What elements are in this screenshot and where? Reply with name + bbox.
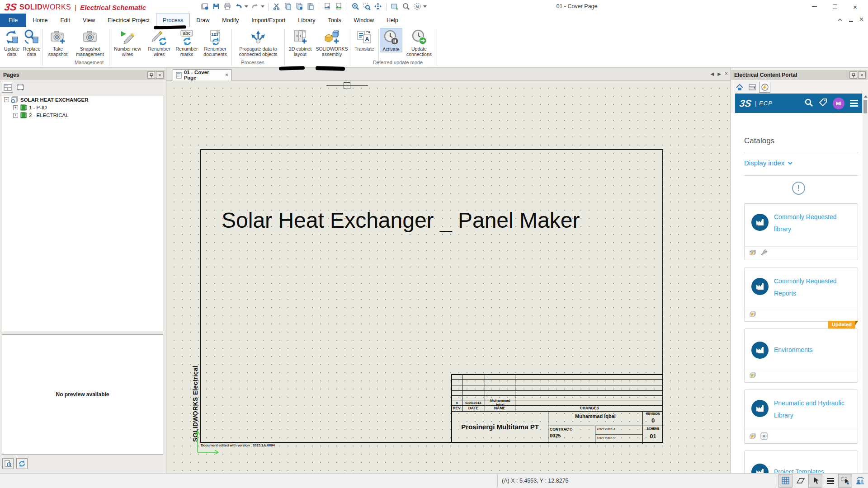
cabinet-view-icon[interactable] xyxy=(14,82,26,93)
replace-data-button[interactable]: Replace data xyxy=(22,28,42,57)
grid-toggle-icon[interactable] xyxy=(778,474,793,488)
archive-icon[interactable] xyxy=(200,2,209,11)
menu-electrical-project[interactable]: Electrical Project xyxy=(101,14,156,27)
snap-cursor-icon[interactable] xyxy=(838,474,852,488)
solidworks-assembly-button[interactable]: SOLIDWORKS assembly xyxy=(315,28,349,57)
pin-icon[interactable] xyxy=(849,71,857,79)
redo-dropdown-icon[interactable] xyxy=(261,5,264,8)
activate-button[interactable]: Activate xyxy=(380,28,402,52)
tab-scroll-right-icon[interactable]: ▶ xyxy=(717,71,721,76)
update-connections-button[interactable]: Update connections xyxy=(402,28,436,57)
tab-cover-page[interactable]: 01 - Cover Page × xyxy=(173,69,231,80)
perspective-toggle-icon[interactable] xyxy=(793,474,807,488)
collapse-ribbon-icon[interactable] xyxy=(837,15,843,23)
paste-icon[interactable] xyxy=(306,2,315,11)
collapse-expander-icon[interactable]: − xyxy=(4,97,9,102)
expand-expander-icon[interactable]: + xyxy=(13,105,18,110)
tab-close-icon[interactable]: × xyxy=(225,72,228,78)
display-index-link[interactable]: Display index xyxy=(744,159,793,167)
tab-list-close-icon[interactable]: × xyxy=(725,70,728,77)
pan-icon[interactable] xyxy=(373,2,382,11)
tree-root-project[interactable]: − SOLAR HEAT EXCHANGER xyxy=(2,95,163,103)
card-title[interactable]: Commonly Requested library xyxy=(774,211,853,235)
form-icon[interactable] xyxy=(746,82,758,93)
catalog-card-pneumatic-hydraulic[interactable]: Pneumatic and Hydraulic Library M xyxy=(744,389,858,444)
macro-icon[interactable]: M xyxy=(413,2,422,11)
zoom-in-icon[interactable] xyxy=(351,2,360,11)
tree-item-pid[interactable]: + 1 - P-ID xyxy=(2,103,163,111)
menu-home[interactable]: Home xyxy=(26,14,54,27)
catalog-card-environments[interactable]: Environments xyxy=(744,328,858,383)
card-title[interactable]: Commonly Requested Reports xyxy=(774,275,853,300)
preview-toggle-icon[interactable] xyxy=(2,458,14,469)
renumber-marks-button[interactable]: abc Renumber marks xyxy=(174,28,200,57)
expand-expander-icon[interactable]: + xyxy=(13,113,18,118)
selection-cursor-icon[interactable] xyxy=(808,474,822,488)
maximize-button[interactable] xyxy=(825,0,845,14)
menu-window[interactable]: Window xyxy=(348,14,380,27)
snapshot-management-button[interactable]: Snapshot management xyxy=(72,28,108,57)
menu-help[interactable]: Help xyxy=(380,14,405,27)
doc-close-icon[interactable]: × xyxy=(859,15,863,23)
take-snapshot-button[interactable]: Take snapshot xyxy=(44,28,72,57)
print-icon[interactable] xyxy=(223,2,232,11)
toolbar-options-caret-icon[interactable] xyxy=(423,5,427,8)
copy-icon[interactable] xyxy=(283,2,292,11)
update-data-button[interactable]: Update data xyxy=(2,28,22,57)
catalog-card-commonly-requested-reports[interactable]: Commonly Requested Reports xyxy=(744,267,858,322)
renumber-wires-button[interactable]: Renumber wires xyxy=(145,28,174,57)
capture-icon[interactable] xyxy=(390,2,399,11)
redo-icon[interactable] xyxy=(250,2,259,11)
scrollbar-thumb[interactable] xyxy=(863,100,867,113)
catalog-card-commonly-requested-library[interactable]: Commonly Requested library xyxy=(744,203,858,260)
collaboration-icon[interactable] xyxy=(853,474,867,488)
menu-edit[interactable]: Edit xyxy=(54,14,77,27)
menu-file[interactable]: File xyxy=(0,14,26,27)
cut-icon[interactable] xyxy=(272,2,281,11)
tab-scroll-left-icon[interactable]: ◀ xyxy=(711,71,714,76)
copy-special-icon[interactable] xyxy=(295,2,304,11)
menu-draw[interactable]: Draw xyxy=(190,14,216,27)
number-new-wires-button[interactable]: Number new wires xyxy=(110,28,145,57)
card-title[interactable]: Environments xyxy=(774,344,853,356)
propagate-data-button[interactable]: Propagate data to connected objects xyxy=(233,28,283,57)
menu-import-export[interactable]: Import/Export xyxy=(245,14,292,27)
menu-tools[interactable]: Tools xyxy=(321,14,347,27)
save-icon[interactable] xyxy=(212,2,221,11)
undo-dropdown-icon[interactable] xyxy=(245,5,248,8)
close-button[interactable]: × xyxy=(845,0,865,14)
tag-icon[interactable] xyxy=(819,98,827,108)
close-icon[interactable]: × xyxy=(858,71,866,79)
pin-icon[interactable] xyxy=(147,71,155,79)
doc-minimize-icon[interactable] xyxy=(849,15,853,23)
search-icon[interactable] xyxy=(401,2,410,11)
copy-page-icon[interactable] xyxy=(323,2,332,11)
card-title[interactable]: Project Templates xyxy=(774,466,853,473)
tree-item-electrical[interactable]: + 2 - ELECTRICAL xyxy=(2,111,163,119)
renumber-documents-button[interactable]: 123 Renumber documents xyxy=(200,28,231,57)
minimize-button[interactable] xyxy=(804,0,825,14)
cabinet-layout-button[interactable]: 2D cabinet layout xyxy=(286,28,315,57)
menu-modify[interactable]: Modify xyxy=(216,14,245,27)
portal-scrollbar[interactable] xyxy=(862,94,868,473)
translate-button[interactable]: A Translate xyxy=(351,28,377,52)
catalog-card-project-templates[interactable]: Project Templates xyxy=(744,450,858,473)
page-view-icon[interactable] xyxy=(2,82,13,93)
paste-page-icon[interactable] xyxy=(334,2,343,11)
card-title[interactable]: Pneumatic and Hydraulic Library xyxy=(774,397,853,422)
menu-icon[interactable] xyxy=(850,100,858,107)
refresh-icon[interactable] xyxy=(16,458,28,469)
search-icon[interactable] xyxy=(804,98,813,109)
zoom-area-icon[interactable] xyxy=(362,2,371,11)
avatar[interactable]: MI xyxy=(833,98,844,109)
line-weight-icon[interactable] xyxy=(823,474,837,488)
menu-view[interactable]: View xyxy=(76,14,101,27)
home-icon[interactable] xyxy=(734,82,745,93)
menu-library[interactable]: Library xyxy=(292,14,321,27)
power-content-icon[interactable] xyxy=(759,82,770,93)
scroll-up-icon[interactable] xyxy=(864,95,868,98)
drawing-canvas[interactable]: Solar Heat Exchanger _ Panel Maker xyxy=(166,80,731,473)
undo-icon[interactable] xyxy=(234,2,243,11)
tb-rev-value: 0 xyxy=(452,400,462,405)
close-icon[interactable]: × xyxy=(156,71,164,79)
